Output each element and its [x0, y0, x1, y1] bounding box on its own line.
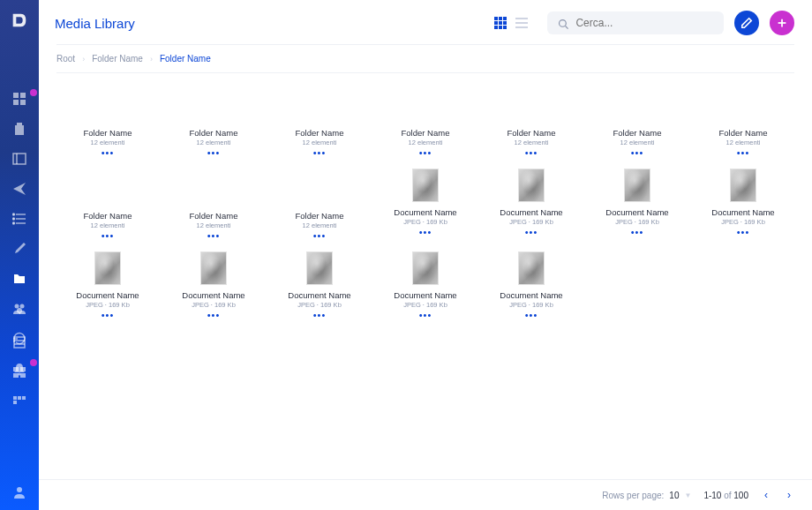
- svg-rect-55: [298, 176, 341, 204]
- item-name: Document Name: [288, 290, 350, 300]
- item-menu-button[interactable]: •••: [102, 232, 115, 239]
- item-menu-button[interactable]: •••: [313, 311, 327, 319]
- item-menu-button[interactable]: •••: [525, 229, 538, 236]
- list-view-button[interactable]: [514, 15, 530, 31]
- item-menu-button[interactable]: •••: [207, 149, 221, 156]
- sidebar-item-send[interactable]: [12, 182, 26, 196]
- document-item[interactable]: Document NameJPEG · 169 Kb•••: [376, 169, 475, 239]
- grid-view-button[interactable]: [492, 15, 508, 31]
- sidebar-item-buildings[interactable]: [12, 122, 26, 136]
- sidebar-item-settings[interactable]: [12, 365, 26, 379]
- svg-rect-21: [13, 367, 19, 371]
- svg-rect-24: [20, 373, 26, 378]
- item-menu-button[interactable]: •••: [737, 229, 750, 236]
- item-menu-button[interactable]: •••: [419, 229, 432, 236]
- item-menu-button[interactable]: •••: [525, 311, 538, 319]
- folder-item[interactable]: Folder Name12 elementi•••: [58, 86, 157, 156]
- document-item[interactable]: Document NameJPEG · 169 Kb•••: [482, 169, 581, 239]
- svg-line-43: [566, 26, 568, 28]
- item-name: Folder Name: [296, 128, 344, 138]
- folder-item[interactable]: Folder Name12 elementi•••: [376, 86, 475, 156]
- svg-point-12: [13, 218, 15, 220]
- item-meta: 12 elementi: [91, 139, 125, 146]
- folder-item[interactable]: Folder Name12 elementi•••: [58, 169, 157, 239]
- folder-item[interactable]: Folder Name12 elementi•••: [694, 86, 793, 156]
- document-item[interactable]: Document NameJPEG · 169 Kb•••: [58, 251, 157, 319]
- item-menu-button[interactable]: •••: [313, 149, 327, 156]
- item-menu-button[interactable]: •••: [737, 149, 750, 156]
- document-item[interactable]: Document NameJPEG · 169 Kb•••: [376, 251, 475, 319]
- item-name: Document Name: [500, 290, 562, 300]
- item-name: Folder Name: [719, 128, 768, 138]
- next-page-button[interactable]: ›: [784, 489, 794, 501]
- folder-item[interactable]: Folder Name12 elementi•••: [482, 86, 581, 156]
- document-item[interactable]: Document NameJPEG · 169 Kb•••: [164, 251, 263, 319]
- item-meta: 12 elementi: [515, 139, 549, 146]
- edit-button[interactable]: [734, 11, 759, 35]
- document-item[interactable]: Document NameJPEG · 169 Kb•••: [270, 251, 369, 319]
- sidebar-item-pin[interactable]: [12, 305, 26, 319]
- item-name: Folder Name: [84, 211, 132, 221]
- header: Media Library: [39, 0, 812, 44]
- folder-item[interactable]: Folder Name12 elementi•••: [270, 169, 369, 239]
- svg-rect-1: [20, 93, 26, 98]
- folder-item[interactable]: Folder Name12 elementi•••: [164, 169, 263, 239]
- prev-page-button[interactable]: ‹: [761, 489, 771, 501]
- folder-item[interactable]: Folder Name12 elementi•••: [588, 86, 687, 156]
- search-box[interactable]: [547, 11, 724, 34]
- sidebar-item-brush[interactable]: [12, 242, 26, 256]
- item-name: Document Name: [500, 207, 562, 217]
- item-menu-button[interactable]: •••: [419, 149, 432, 156]
- breadcrumb-item[interactable]: Folder Name: [92, 54, 143, 64]
- item-menu-button[interactable]: •••: [525, 149, 538, 156]
- item-menu-button[interactable]: •••: [313, 232, 327, 239]
- svg-rect-3: [20, 100, 26, 105]
- item-menu-button[interactable]: •••: [419, 311, 432, 319]
- svg-rect-41: [515, 26, 528, 28]
- item-meta: JPEG · 169 Kb: [509, 218, 553, 226]
- chevron-right-icon: ›: [150, 55, 153, 64]
- sidebar-item-dashboard[interactable]: [12, 92, 26, 106]
- sidebar-item-tasks[interactable]: [12, 212, 26, 226]
- sidebar-item-profile[interactable]: [12, 485, 26, 499]
- notification-badge: [30, 359, 37, 366]
- add-button[interactable]: [770, 11, 794, 35]
- item-menu-button[interactable]: •••: [207, 311, 221, 319]
- svg-rect-6: [13, 154, 26, 164]
- svg-rect-37: [499, 26, 502, 29]
- document-item[interactable]: Document NameJPEG · 169 Kb•••: [482, 251, 581, 319]
- sidebar-item-list[interactable]: [12, 335, 26, 349]
- svg-rect-23: [13, 373, 19, 378]
- svg-rect-33: [494, 21, 498, 25]
- svg-rect-36: [494, 26, 498, 29]
- folder-item[interactable]: Folder Name12 elementi•••: [164, 86, 263, 156]
- svg-rect-27: [22, 396, 26, 400]
- item-name: Document Name: [394, 207, 456, 217]
- svg-rect-30: [494, 17, 498, 20]
- sidebar-item-apps[interactable]: [12, 395, 26, 409]
- item-menu-button[interactable]: •••: [102, 311, 115, 319]
- item-meta: 12 elementi: [303, 139, 337, 146]
- document-thumbnail: [624, 169, 650, 202]
- search-input[interactable]: [575, 17, 713, 29]
- item-name: Folder Name: [190, 211, 238, 221]
- item-menu-button[interactable]: •••: [207, 232, 221, 239]
- rows-per-page[interactable]: Rows per page: 10 ▼: [602, 491, 691, 500]
- item-meta: 12 elementi: [303, 221, 337, 229]
- item-menu-button[interactable]: •••: [631, 229, 644, 236]
- svg-rect-4: [15, 125, 24, 135]
- breadcrumb-item[interactable]: Root: [56, 54, 75, 64]
- sidebar: [0, 0, 39, 510]
- item-menu-button[interactable]: •••: [102, 149, 115, 156]
- item-menu-button[interactable]: •••: [631, 149, 644, 156]
- breadcrumb-item-current[interactable]: Folder Name: [160, 54, 211, 64]
- main-content: Media Library Root › Folder Name › Fold: [39, 0, 812, 510]
- item-meta: JPEG · 169 Kb: [509, 301, 553, 309]
- sidebar-item-layout[interactable]: [12, 152, 26, 166]
- document-item[interactable]: Document NameJPEG · 169 Kb•••: [588, 169, 687, 239]
- document-thumbnail: [306, 251, 333, 285]
- sidebar-item-media[interactable]: [12, 272, 26, 286]
- document-item[interactable]: Document NameJPEG · 169 Kb•••: [694, 169, 793, 239]
- folder-item[interactable]: Folder Name12 elementi•••: [270, 86, 369, 156]
- page-range: 1-10 of 100: [703, 491, 748, 500]
